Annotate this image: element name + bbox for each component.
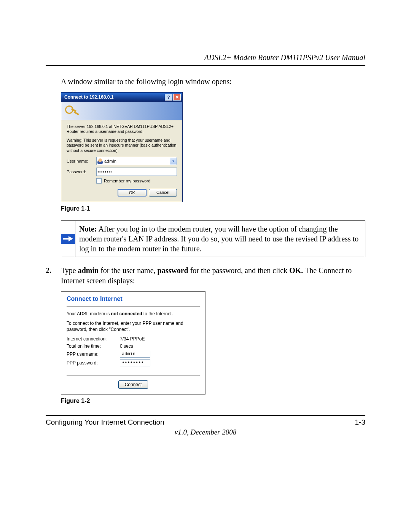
close-button[interactable]: ✕ bbox=[173, 94, 181, 101]
page-header-title: ADSL2+ Modem Router DM111PSPv2 User Manu… bbox=[46, 53, 365, 62]
ok-button[interactable]: OK bbox=[118, 189, 147, 197]
total-online-time-value: 0 secs bbox=[120, 343, 200, 349]
svg-rect-0 bbox=[63, 238, 68, 240]
figure-2-caption: Figure 1-2 bbox=[61, 398, 365, 404]
internet-connection-value: 7/34 PPPoE bbox=[120, 336, 200, 342]
ppp-password-label: PPP password: bbox=[67, 360, 120, 366]
footer-section: Configuring Your Internet Connection bbox=[46, 418, 164, 427]
t: for the user name, bbox=[99, 266, 157, 275]
t: admin bbox=[78, 266, 99, 275]
password-input[interactable]: •••••••• bbox=[96, 168, 177, 176]
svg-marker-1 bbox=[68, 236, 73, 241]
username-value: admin bbox=[104, 159, 170, 163]
intro-text: A window similar to the following login … bbox=[61, 77, 365, 87]
login-dialog: Connect to 192.168.0.1 ? ✕ The server 19… bbox=[61, 92, 183, 202]
password-value: •••••••• bbox=[97, 169, 176, 174]
server-message: The server 192.168.0.1 at NETGEAR DM111P… bbox=[67, 124, 177, 134]
cti-instruction: To connect to the Internet, enter your P… bbox=[67, 321, 200, 332]
step-text: Type admin for the user name, password f… bbox=[61, 265, 365, 286]
dialog-banner bbox=[61, 102, 182, 120]
divider bbox=[67, 306, 200, 307]
checkbox-box bbox=[96, 178, 102, 184]
note-text: Note: After you log in to the modem rout… bbox=[75, 221, 365, 257]
remember-label: Remember my password bbox=[104, 179, 150, 183]
step-number: 2. bbox=[46, 265, 61, 286]
note-prefix: Note: bbox=[79, 225, 97, 233]
footer-version: v1.0, December 2008 bbox=[46, 428, 365, 436]
footer-rule bbox=[46, 415, 365, 416]
help-button[interactable]: ? bbox=[165, 94, 172, 101]
chevron-down-icon[interactable]: ▾ bbox=[170, 158, 177, 165]
dialog-title: Connect to 192.168.0.1 bbox=[64, 94, 164, 100]
connect-button[interactable]: Connect bbox=[118, 380, 148, 389]
t: password bbox=[158, 266, 188, 275]
cti-status: Your ADSL modem is not connected to the … bbox=[67, 311, 200, 317]
t: Type bbox=[61, 266, 78, 275]
footer-page-number: 1-3 bbox=[355, 418, 365, 427]
figure-1-caption: Figure 1-1 bbox=[61, 205, 365, 212]
t: not connected bbox=[111, 311, 142, 316]
t: OK. bbox=[289, 266, 303, 275]
user-icon bbox=[97, 158, 103, 164]
step-2: 2. Type admin for the user name, passwor… bbox=[46, 265, 365, 286]
keys-icon bbox=[65, 105, 77, 117]
t: Your ADSL modem is bbox=[67, 311, 111, 316]
header-rule bbox=[46, 65, 365, 66]
total-online-time-label: Total online time: bbox=[67, 343, 120, 349]
note-icon-cell bbox=[61, 221, 75, 257]
internet-connection-label: Internet connection: bbox=[67, 336, 120, 342]
arrow-right-icon bbox=[61, 234, 75, 244]
note-box: Note: After you log in to the modem rout… bbox=[61, 220, 365, 257]
remember-password-checkbox[interactable]: Remember my password bbox=[96, 178, 177, 184]
cti-title: Connect to Internet bbox=[67, 296, 200, 305]
username-combobox[interactable]: admin ▾ bbox=[96, 157, 177, 165]
connect-to-internet-panel: Connect to Internet Your ADSL modem is n… bbox=[61, 291, 206, 395]
ppp-username-input[interactable]: admin bbox=[120, 351, 150, 358]
password-label: Password: bbox=[67, 169, 96, 174]
note-body: After you log in to the modem router, yo… bbox=[79, 225, 358, 253]
ppp-username-label: PPP username: bbox=[67, 351, 120, 357]
cancel-button[interactable]: Cancel bbox=[149, 189, 177, 197]
ppp-password-input[interactable]: •••••••• bbox=[120, 359, 150, 366]
dialog-titlebar: Connect to 192.168.0.1 ? ✕ bbox=[61, 93, 182, 102]
warning-message: Warning: This server is requesting that … bbox=[67, 138, 177, 153]
t: for the password, and then click bbox=[188, 266, 289, 275]
t: to the Internet. bbox=[142, 311, 173, 316]
username-label: User name: bbox=[67, 159, 96, 163]
